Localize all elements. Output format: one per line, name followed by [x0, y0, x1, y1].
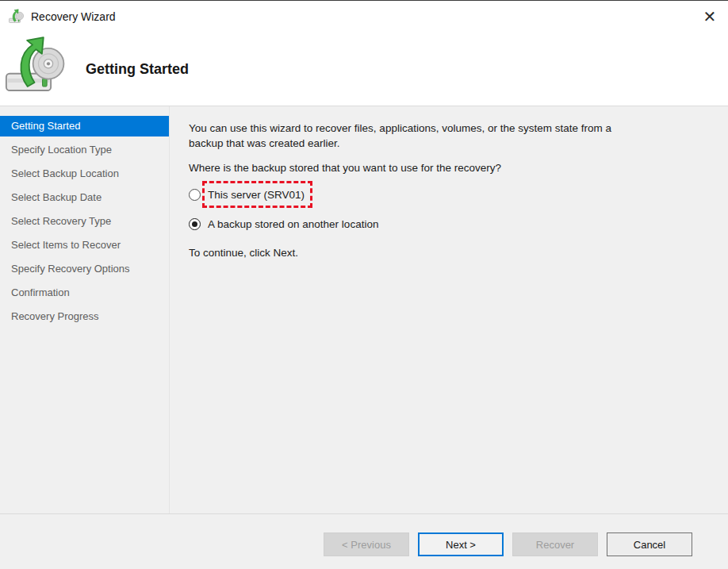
title-bar: Recovery Wizard ✕ [0, 1, 728, 33]
continue-note: To continue, click Next. [189, 247, 709, 259]
intro-text: You can use this wizard to recover files… [189, 121, 630, 151]
wizard-body: Getting Started Specify Location Type Se… [0, 106, 728, 513]
sidebar-item-confirmation: Confirmation [0, 283, 169, 303]
backup-drive-icon-large [5, 35, 68, 98]
sidebar-item-select-backup-location: Select Backup Location [0, 163, 169, 184]
window-title: Recovery Wizard [31, 10, 116, 23]
sidebar-item-recovery-progress: Recovery Progress [0, 306, 169, 327]
close-icon: ✕ [703, 7, 717, 26]
cancel-button[interactable]: Cancel [607, 532, 692, 556]
radio-label[interactable]: A backup stored on another location [208, 218, 378, 230]
close-button[interactable]: ✕ [692, 1, 728, 33]
wizard-steps-sidebar: Getting Started Specify Location Type Se… [0, 106, 170, 513]
radio-button-unchecked[interactable] [189, 189, 201, 201]
radio-option-another-location[interactable]: A backup stored on another location [189, 217, 709, 230]
radio-option-this-server[interactable]: This server (SRV01) [189, 188, 709, 201]
page-title: Getting Started [86, 61, 189, 78]
previous-button[interactable]: < Previous [324, 532, 409, 556]
wizard-content: You can use this wizard to recover files… [170, 106, 728, 513]
sidebar-item-specify-location-type: Specify Location Type [0, 140, 169, 160]
sidebar-item-getting-started: Getting Started [0, 116, 169, 136]
radio-dot [192, 221, 197, 227]
recovery-wizard-window: { "window": { "title": "Recovery Wizard"… [0, 0, 728, 569]
sidebar-item-select-items-to-recover: Select Items to Recover [0, 235, 169, 256]
backup-drive-icon [9, 9, 25, 25]
sidebar-item-select-recovery-type: Select Recovery Type [0, 211, 169, 232]
button-bar: < Previous Next > Recover Cancel [0, 513, 728, 569]
backup-location-question: Where is the backup stored that you want… [189, 160, 709, 175]
next-button[interactable]: Next > [418, 532, 504, 556]
wizard-header: Getting Started [0, 33, 728, 106]
sidebar-item-specify-recovery-options: Specify Recovery Options [0, 259, 169, 279]
radio-button-checked[interactable] [189, 218, 201, 230]
sidebar-item-select-backup-date: Select Backup Date [0, 187, 169, 208]
radio-label[interactable]: This server (SRV01) [208, 189, 305, 201]
recover-button[interactable]: Recover [512, 532, 598, 556]
